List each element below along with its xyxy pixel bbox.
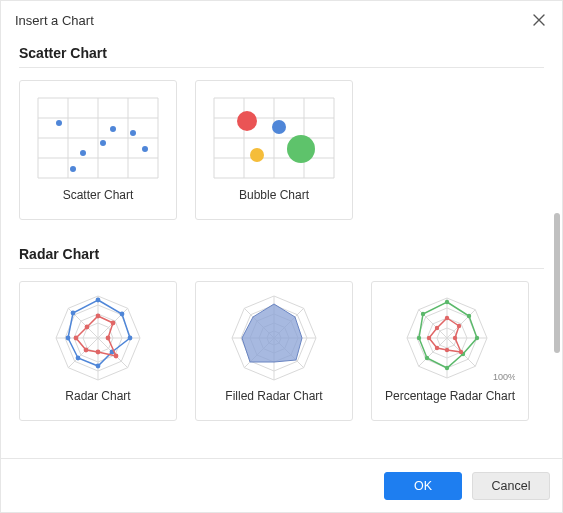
svg-point-15 [142,146,148,152]
svg-point-100 [459,350,463,354]
svg-point-44 [96,298,101,303]
svg-point-101 [445,348,449,352]
insert-chart-dialog: Insert a Chart Scatter Chart [0,0,563,513]
svg-point-99 [453,336,457,340]
svg-point-48 [96,364,101,369]
card-percentage-radar-chart[interactable]: 100% Percentage Radar Chart [371,281,529,421]
section-title-scatter: Scatter Chart [19,43,544,68]
svg-point-89 [467,314,471,318]
titlebar: Insert a Chart [1,1,562,37]
svg-point-104 [435,326,439,330]
svg-point-54 [111,321,116,326]
card-label: Percentage Radar Chart [385,389,515,403]
thumb-filled-radar [204,290,344,385]
thumb-percent-radar: 100% [380,290,520,385]
svg-point-11 [80,150,86,156]
svg-point-97 [445,316,449,320]
svg-point-90 [475,336,479,340]
svg-point-16 [70,166,76,172]
svg-point-102 [435,346,439,350]
svg-line-40 [68,338,98,368]
svg-point-13 [110,126,116,132]
section-title-radar: Radar Chart [19,244,544,269]
card-scatter-chart[interactable]: Scatter Chart [19,80,177,220]
svg-point-94 [417,336,421,340]
card-filled-radar-chart[interactable]: Filled Radar Chart [195,281,353,421]
dialog-footer: OK Cancel [1,458,562,512]
svg-point-46 [128,336,133,341]
svg-point-92 [445,366,449,370]
card-radar-chart[interactable]: Radar Chart [19,281,177,421]
dialog-title: Insert a Chart [15,13,94,28]
close-icon [533,14,545,26]
ok-button[interactable]: OK [384,472,462,500]
svg-point-49 [76,356,81,361]
svg-point-59 [74,336,79,341]
scrollbar-thumb[interactable] [554,213,560,353]
svg-point-29 [250,148,264,162]
svg-point-98 [457,324,461,328]
chart-gallery[interactable]: Scatter Chart [1,37,562,458]
svg-point-58 [84,348,89,353]
svg-point-12 [100,140,106,146]
svg-point-95 [421,312,425,316]
svg-point-88 [445,300,449,304]
svg-point-51 [71,311,76,316]
close-button[interactable] [530,11,548,29]
svg-point-45 [120,312,125,317]
radar-row: Radar Chart [19,281,544,421]
card-label: Scatter Chart [63,188,134,202]
percent-badge: 100% [493,372,515,382]
svg-point-28 [272,120,286,134]
svg-point-93 [425,356,429,360]
svg-point-50 [66,336,71,341]
svg-point-56 [114,354,119,359]
svg-point-60 [85,325,90,330]
svg-point-103 [427,336,431,340]
card-label: Filled Radar Chart [225,389,322,403]
card-bubble-chart[interactable]: Bubble Chart [195,80,353,220]
thumb-radar [28,290,168,385]
svg-point-57 [96,350,101,355]
card-label: Bubble Chart [239,188,309,202]
svg-point-53 [96,314,101,319]
card-label: Radar Chart [65,389,130,403]
svg-point-30 [287,135,315,163]
thumb-scatter [28,89,168,184]
svg-point-14 [130,130,136,136]
cancel-button[interactable]: Cancel [472,472,550,500]
svg-point-27 [237,111,257,131]
svg-point-10 [56,120,62,126]
content-wrap: Scatter Chart [1,37,562,458]
scrollbar[interactable] [554,43,560,458]
scatter-row: Scatter Chart [19,80,544,220]
svg-point-55 [106,336,111,341]
thumb-bubble [204,89,344,184]
